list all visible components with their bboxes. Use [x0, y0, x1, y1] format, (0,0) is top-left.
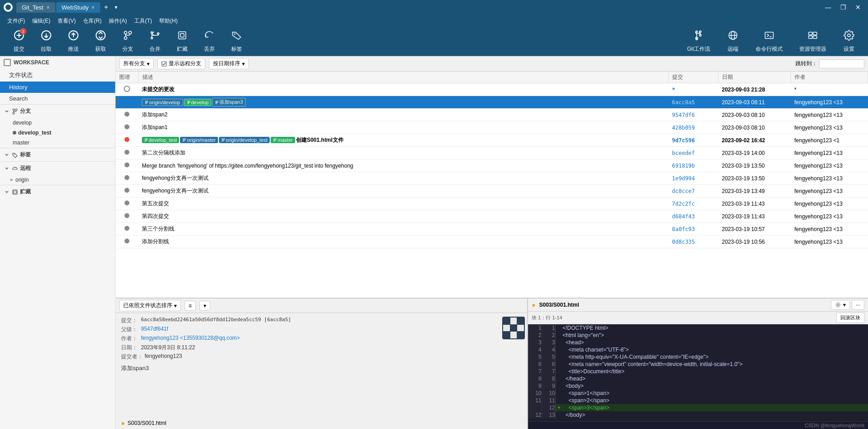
code-view[interactable]: 1 1 <!DOCTYPE html> 2 2 <html lang="en">…: [528, 324, 868, 421]
more-options-button[interactable]: ▾: [199, 301, 210, 311]
sort-dropdown[interactable]: 按日期排序 ▾: [209, 58, 249, 69]
branch-item-develop-test[interactable]: develop_test: [0, 128, 115, 138]
description-cell: 添加分割线: [138, 236, 669, 248]
history-row[interactable]: 第三个分割线8a0fc932023-03-19 10:57fengyehong1…: [116, 223, 868, 236]
history-label: History: [9, 84, 27, 91]
menu-help[interactable]: 帮助(H): [155, 16, 181, 26]
commit-cell: 0d8c335: [669, 236, 718, 248]
commit-button[interactable]: 1 提交: [5, 28, 33, 55]
merge-button[interactable]: 合并: [141, 28, 169, 55]
branches-section-header[interactable]: 分支: [0, 105, 115, 118]
minimize-button[interactable]: —: [821, 3, 835, 12]
show-remote-checkbox[interactable]: 显示远程分支: [157, 58, 205, 69]
explorer-button[interactable]: 资源管理器: [792, 28, 834, 55]
author-cell: fengyehong123 <13: [791, 185, 868, 198]
history-row[interactable]: fengyehong分支再一次测试dc8cce72023-03-19 13:49…: [116, 185, 868, 198]
tag-button[interactable]: 标签: [223, 28, 250, 55]
fetch-button[interactable]: 获取: [87, 28, 114, 55]
search-label: Search: [9, 95, 28, 102]
remote-section-header[interactable]: 远程: [0, 162, 115, 175]
branch-item-develop[interactable]: develop: [0, 118, 115, 128]
menu-repo[interactable]: 仓库(R): [79, 16, 105, 26]
menu-edit[interactable]: 编辑(E): [29, 16, 54, 26]
menu-tools[interactable]: 工具(T): [131, 16, 155, 26]
history-row[interactable]: fengyehong分支再一次测试1e9d9942023-03-19 13:50…: [116, 172, 868, 185]
svg-point-54: [183, 140, 184, 142]
tab-dropdown-button[interactable]: ▾: [112, 3, 120, 11]
history-row[interactable]: 未提交的更改*2023-09-03 21:28*: [116, 83, 868, 96]
code-content: <span>1</span>: [563, 390, 868, 397]
menu-view[interactable]: 查看(V): [54, 16, 79, 26]
stash-section-header[interactable]: 贮藏: [0, 185, 115, 198]
code-row: 12 13 </body>: [528, 411, 868, 419]
date-cell: 2023-03-19 13:50: [718, 159, 791, 172]
history-row[interactable]: 第二次分隔线添加bceedef2023-03-19 14:00fengyehon…: [116, 147, 868, 159]
sidebar-item-file-status[interactable]: 文件状态: [0, 69, 115, 82]
history-row[interactable]: Merge branch 'fengyehong' of https://git…: [116, 159, 868, 172]
terminal-button[interactable]: 命令行模式: [748, 28, 790, 55]
tab-webstudy[interactable]: WebStudy ✕: [56, 2, 101, 13]
sidebar-item-search[interactable]: Search: [0, 93, 115, 104]
code-settings-button[interactable]: ▾: [831, 300, 850, 310]
all-branches-dropdown[interactable]: 所有分支 ▾: [119, 58, 154, 69]
commit-cell: *: [669, 83, 718, 96]
branch-button[interactable]: 分支: [114, 28, 141, 55]
jump-to-input[interactable]: [819, 59, 864, 68]
tags-section-header[interactable]: 标签: [0, 148, 115, 161]
branch-item-master[interactable]: master: [0, 138, 115, 148]
author-cell: fengyehong123 <13: [791, 159, 868, 172]
history-row[interactable]: develop_test origin/master origin/develo…: [116, 134, 868, 147]
tab-git-test[interactable]: Git_Test ✕: [16, 2, 55, 13]
remote-button[interactable]: 远端: [719, 28, 747, 55]
settings-button[interactable]: 设置: [835, 28, 863, 55]
add-tab-button[interactable]: +: [101, 2, 111, 12]
close-button[interactable]: ✕: [852, 3, 864, 12]
history-row[interactable]: 添加span29547df62023-09-03 08:10fengyehong…: [116, 109, 868, 121]
line-num-old: 3: [528, 339, 542, 346]
menu-file[interactable]: 文件(F): [4, 16, 29, 26]
commit-icon: 1: [14, 30, 24, 43]
merge-icon: [150, 30, 160, 43]
workspace-header: WORKSPACE: [0, 56, 115, 69]
commit-badge: 1: [20, 28, 26, 34]
history-row[interactable]: 第四次提交d684f432023-03-19 11:43fengyehong12…: [116, 210, 868, 223]
author-value: fengyehong123 <13: [795, 163, 843, 169]
remote-item-origin[interactable]: origin: [0, 175, 115, 185]
parent-value[interactable]: 9547df641f: [141, 326, 168, 333]
menu-action[interactable]: 操作(A): [105, 16, 131, 26]
fetch-label: 获取: [95, 45, 106, 53]
revert-block-button[interactable]: 回滚区块: [836, 313, 864, 323]
history-row[interactable]: 第五次提交7d2c2fc2023-03-19 11:43fengyehong12…: [116, 198, 868, 210]
author-value[interactable]: fengyehong123 <1355930128@qq.com>: [141, 335, 240, 342]
pull-button[interactable]: 拉取: [33, 28, 60, 55]
sidebar-item-history[interactable]: History: [0, 82, 115, 93]
file-list: ● S003/S001.html: [116, 417, 527, 429]
line-num-new: 8: [542, 375, 555, 382]
history-row[interactable]: 添加span1428b0592023-09-03 08:10fengyehong…: [116, 121, 868, 134]
tab-webstudy-close[interactable]: ✕: [91, 5, 95, 10]
commit-hash: dc8cce7: [672, 188, 695, 194]
description-cell: Merge branch 'fengyehong' of https://git…: [138, 159, 669, 172]
history-row[interactable]: origin/develop develop 添加span36acc8a5202…: [116, 96, 868, 109]
maximize-button[interactable]: ❐: [837, 3, 850, 12]
view-options-button[interactable]: ≡: [184, 301, 196, 311]
tags-section: 标签: [0, 148, 115, 161]
tab-git-test-label: Git_Test: [22, 4, 44, 11]
line-num-new: 6: [542, 361, 555, 368]
commit-cell: 691819b: [669, 159, 718, 172]
explorer-label: 资源管理器: [799, 45, 826, 53]
svg-point-68: [125, 226, 129, 231]
stash-button[interactable]: 贮藏: [169, 28, 196, 55]
tab-git-test-close[interactable]: ✕: [46, 5, 50, 10]
code-more-button[interactable]: ···: [852, 300, 864, 310]
description-text: fengyehong分支再一次测试: [142, 175, 209, 181]
author-row: 作者： fengyehong123 <1355930128@qq.com>: [121, 335, 495, 342]
git-flow-button[interactable]: Git工作流: [680, 28, 718, 55]
discard-button[interactable]: 丢弃: [196, 28, 223, 55]
file-list-item[interactable]: ● S003/S001.html: [116, 417, 527, 429]
sort-files-dropdown[interactable]: 已依照文件状态排序 ▾: [119, 300, 181, 311]
origin-label: origin: [15, 177, 29, 183]
push-button[interactable]: 推送: [60, 28, 87, 55]
history-row[interactable]: 添加分割线0d8c3352023-03-19 10:56fengyehong12…: [116, 236, 868, 248]
date-value: 2023-03-19 11:43: [722, 213, 765, 220]
